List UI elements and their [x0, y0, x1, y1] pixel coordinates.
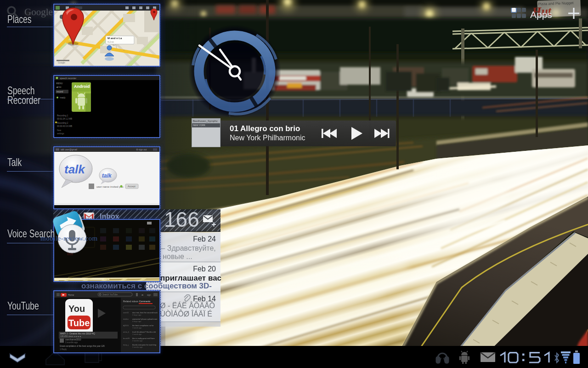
svg-text:Related videos: Related videos — [123, 300, 139, 303]
svg-text:1 week ago: 1 week ago — [132, 327, 142, 329]
svg-text:Recording 2: Recording 2 — [57, 122, 68, 124]
svg-text:ready: ready — [60, 96, 66, 99]
svg-text:➦: ➦ — [141, 293, 143, 296]
svg-text:talk: talk — [102, 172, 112, 179]
svg-text:1 Reply: 1 Reply — [60, 348, 67, 351]
svg-text:You: You — [68, 304, 85, 314]
svg-text:anna_k: anna_k — [123, 331, 129, 333]
svg-text:mary_j: mary_j — [123, 344, 129, 346]
svg-text:4 days ago: 4 days ago — [132, 320, 141, 322]
svg-text:beats99: beats99 — [123, 337, 130, 339]
svg-text:00:01:24 1.2 MB: 00:01:24 1.2 MB — [57, 118, 72, 120]
svg-text:2 days ago: 2 days ago — [132, 314, 141, 316]
svg-text:2 weeks ago: 2 weeks ago — [132, 339, 143, 342]
svg-text:◀ list: ◀ list — [56, 86, 62, 88]
svg-text:Recording 1: Recording 1 — [57, 115, 68, 117]
svg-text:Search YouTube: Search YouTube — [102, 293, 118, 296]
svg-text:New: New — [57, 129, 62, 132]
svg-text:128,456 views ★★★★: 128,456 views ★★★★ — [60, 335, 81, 338]
svg-text:dj2010: dj2010 — [123, 324, 129, 327]
svg-text:Android: Android — [74, 84, 90, 89]
svg-text:Accept: Accept — [128, 185, 136, 188]
svg-text:3 months ago: 3 months ago — [65, 341, 78, 344]
svg-text:Home: Home — [68, 293, 74, 296]
svg-text:MENU: MENU — [56, 82, 63, 85]
svg-text:userchannel2010: userchannel2010 — [65, 339, 81, 341]
svg-text:talk: talk — [64, 162, 85, 176]
svg-text:settings: settings — [57, 132, 64, 135]
svg-text:Great compilation of the best: Great compilation of the best songs this… — [60, 345, 105, 347]
svg-text:Google: Google — [58, 61, 65, 64]
svg-text:⚙ sign out: ⚙ sign out — [136, 148, 147, 151]
svg-text:00:00:43 0.6 MB: 00:00:43 0.6 MB — [57, 125, 72, 127]
svg-text:mixfan: mixfan — [123, 318, 129, 320]
svg-text:user01: user01 — [123, 311, 129, 314]
svg-text:Tube: Tube — [68, 318, 90, 328]
svg-text:MARY J - Greatest hits mix /20: MARY J - Greatest hits mix /2010/ HQ — [60, 333, 95, 335]
svg-text:1 week ago: 1 week ago — [132, 333, 142, 335]
svg-text:talk user@gmail: talk user@gmail — [61, 148, 77, 151]
svg-text:Comments: Comments — [139, 300, 151, 303]
svg-text:Apps: Apps — [530, 9, 552, 20]
svg-text:sign: sign — [147, 294, 151, 296]
svg-text:4.2 mi: 4.2 mi — [107, 40, 114, 43]
svg-text:record: record — [57, 90, 63, 93]
svg-text:2 weeks ago: 2 weeks ago — [132, 346, 143, 348]
svg-text:M and n La: M and n La — [107, 37, 122, 40]
svg-text:user name invited you: user name invited you — [96, 185, 124, 188]
svg-text:speech recorder: speech recorder — [60, 77, 76, 80]
